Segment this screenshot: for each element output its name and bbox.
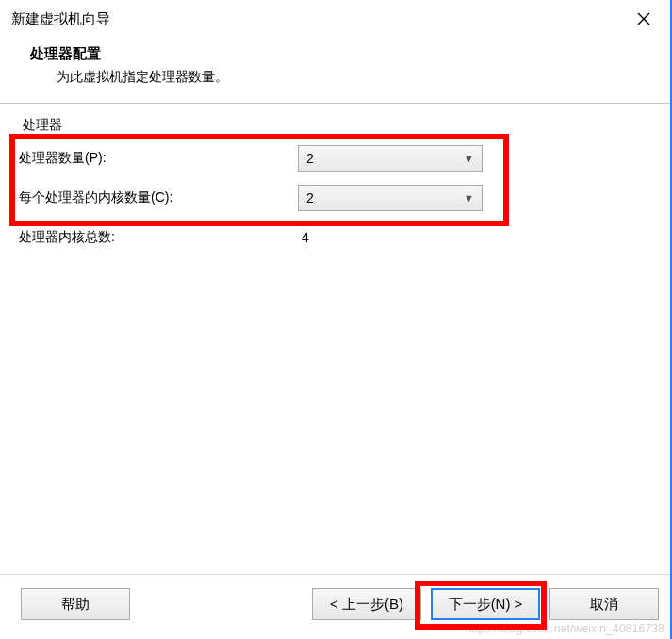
select-cores-per-processor-value: 2 bbox=[306, 190, 314, 205]
select-processor-count-value: 2 bbox=[306, 151, 314, 166]
select-processor-count[interactable]: 2 ▼ bbox=[298, 145, 483, 172]
chevron-down-icon: ▼ bbox=[464, 192, 474, 204]
label-processor-count: 处理器数量(P): bbox=[19, 150, 298, 167]
close-button[interactable] bbox=[631, 8, 657, 30]
titlebar: 新建虚拟机向导 bbox=[0, 0, 670, 36]
window-title: 新建虚拟机向导 bbox=[11, 10, 110, 28]
cancel-button[interactable]: 取消 bbox=[549, 588, 659, 620]
label-total-cores: 处理器内核总数: bbox=[19, 229, 298, 246]
close-icon bbox=[637, 12, 650, 25]
row-total-cores: 处理器内核总数: 4 bbox=[19, 224, 651, 251]
value-total-cores: 4 bbox=[298, 230, 309, 245]
row-cores-per-processor: 每个处理器的内核数量(C): 2 ▼ bbox=[19, 185, 651, 211]
page-title: 处理器配置 bbox=[30, 45, 670, 63]
next-button[interactable]: 下一步(N) > bbox=[431, 588, 540, 620]
page-subtitle: 为此虚拟机指定处理器数量。 bbox=[30, 69, 670, 86]
back-button[interactable]: < 上一步(B) bbox=[312, 588, 421, 620]
cancel-button-label: 取消 bbox=[590, 596, 618, 614]
wizard-header: 处理器配置 为此虚拟机指定处理器数量。 bbox=[0, 36, 670, 104]
help-button-label: 帮助 bbox=[61, 596, 90, 614]
back-button-label: < 上一步(B) bbox=[330, 596, 403, 614]
footer-right-buttons: < 上一步(B) 下一步(N) > 取消 bbox=[303, 588, 659, 620]
next-button-label: 下一步(N) > bbox=[449, 596, 523, 614]
chevron-down-icon: ▼ bbox=[464, 153, 474, 164]
form-area: 处理器数量(P): 2 ▼ 每个处理器的内核数量(C): 2 ▼ 处理器内核总数… bbox=[19, 145, 651, 264]
row-processor-count: 处理器数量(P): 2 ▼ bbox=[19, 145, 651, 172]
select-cores-per-processor[interactable]: 2 ▼ bbox=[298, 185, 483, 211]
footer: 帮助 < 上一步(B) 下一步(N) > 取消 bbox=[0, 574, 670, 639]
label-cores-per-processor: 每个处理器的内核数量(C): bbox=[19, 189, 298, 206]
help-button[interactable]: 帮助 bbox=[21, 588, 130, 620]
